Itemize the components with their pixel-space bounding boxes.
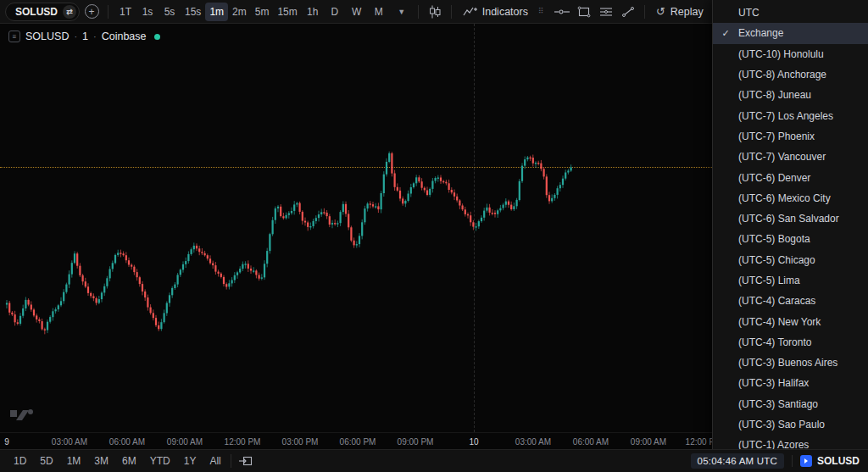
timeframe-1m[interactable]: 1m [205,3,228,21]
chart-pane[interactable]: ≡ SOLUSD · 1 · Coinbase [0,24,712,432]
symbol-search-box[interactable]: SOLUSD ⇄ [5,3,80,21]
range-1Y[interactable]: 1Y [179,453,202,469]
range-All[interactable]: All [204,453,225,469]
timeframe-1T[interactable]: 1T [114,3,136,21]
timeframe-15s[interactable]: 15s [181,3,205,21]
time-axis-label: 9 [4,437,9,447]
timezone-option[interactable]: (UTC-6) Denver [713,167,868,187]
range-5D[interactable]: 5D [35,453,58,469]
timeframe-1h[interactable]: 1h [302,3,324,21]
timeframe-menu-button[interactable]: ▼ [392,2,412,22]
timezone-option-label: (UTC-7) Vancouver [738,151,826,163]
timezone-option-label: (UTC-7) Los Angeles [738,110,833,122]
timeframe-D[interactable]: D [324,3,346,21]
timezone-option[interactable]: ✓Exchange [713,23,868,43]
range-1D[interactable]: 1D [8,453,31,469]
timezone-option[interactable]: (UTC-7) Phoenix [713,126,868,147]
timezone-option-label: (UTC-6) San Salvador [738,213,839,225]
timeframe-M[interactable]: M [368,3,390,21]
timezone-option[interactable]: (UTC-4) New York [713,311,868,331]
horizontal-line-icon [554,8,570,16]
legend-menu-icon[interactable]: ≡ [8,31,20,42]
candles-svg [0,24,712,432]
timeframe-2m[interactable]: 2m [228,3,251,21]
timezone-option[interactable]: (UTC-6) Mexico City [713,188,868,208]
timezone-option[interactable]: (UTC-6) San Salvador [713,208,868,229]
timezone-menu: UTC✓Exchange(UTC-10) Honolulu(UTC-8) Anc… [712,0,868,450]
range-1M[interactable]: 1M [62,453,86,469]
trend-line-icon [621,6,635,18]
range-3M[interactable]: 3M [89,453,114,469]
toolbar-divider [451,5,452,19]
timezone-option[interactable]: (UTC-4) Toronto [713,332,868,353]
timezone-option-label: (UTC-4) New York [738,316,821,328]
toolbar-drag-handle[interactable]: ⠿ [538,9,547,14]
timezone-option[interactable]: UTC [713,3,868,23]
time-axis-label: 12:00 PM [225,437,261,447]
timezone-option-label: (UTC-5) Lima [738,275,800,286]
symbol-logo-icon [800,455,812,467]
legend-symbol[interactable]: SOLUSD [25,31,69,42]
market-status-dot [154,34,160,40]
legend-exchange[interactable]: Coinbase [102,31,147,42]
time-axis-label: 09:00 AM [167,437,203,447]
time-axis-label: 03:00 PM [282,437,319,447]
timeframe-1s[interactable]: 1s [136,3,159,21]
toolbar-divider [231,454,231,468]
range-YTD[interactable]: YTD [145,453,175,469]
range-6M[interactable]: 6M [117,453,142,469]
timezone-option[interactable]: (UTC-7) Los Angeles [713,105,868,125]
symbol-swap-icon[interactable]: ⇄ [63,5,76,19]
legend-interval[interactable]: 1 [82,31,88,42]
replay-icon: ↺ [656,5,665,18]
range-group: 1D5D1M3M6MYTD1YAll [8,453,226,469]
timezone-option[interactable]: (UTC-1) Azores [713,435,868,450]
timezone-option-label: (UTC-8) Juneau [738,89,811,101]
timezone-option[interactable]: (UTC-7) Vancouver [713,147,868,167]
timezone-option[interactable]: (UTC-5) Lima [713,270,868,291]
tradingview-logo[interactable] [10,407,36,420]
go-to-date-icon [239,455,253,467]
time-axis-label: 06:00 AM [109,437,145,447]
trading-app-window: SOLUSD ⇄ + 1T1s5s15s1m2m5m15m1hDWM ▼ [0,0,868,472]
plus-icon: + [85,4,99,19]
chart-legend[interactable]: ≡ SOLUSD · 1 · Coinbase [8,31,160,42]
chart-style-button[interactable] [425,2,445,22]
active-symbol-chip[interactable]: SOLUSD [800,455,860,467]
indicators-button[interactable]: Indicators [458,2,533,22]
timezone-option[interactable]: (UTC-8) Juneau [713,85,868,105]
replay-label: Replay [670,6,704,18]
time-axis-label: 03:00 AM [515,437,551,447]
time-axis-label: 09:00 AM [631,437,666,447]
timezone-option[interactable]: (UTC-5) Bogota [713,229,868,249]
timezone-option-label: (UTC-3) Buenos Aires [738,357,837,369]
trend-line-tool-button[interactable] [618,2,638,22]
time-axis[interactable]: 903:00 AM06:00 AM09:00 AM12:00 PM03:00 P… [0,432,712,450]
timezone-option[interactable]: (UTC-3) Buenos Aires [713,353,868,373]
timezone-option[interactable]: (UTC-3) Halifax [713,373,868,393]
clock[interactable]: 05:04:46 AM UTC [691,453,784,469]
timezone-option-label: (UTC-3) Sao Paulo [738,419,825,430]
rectangle-tool-button[interactable] [574,2,594,22]
parallel-lines-tool-button[interactable] [596,2,616,22]
timezone-option[interactable]: (UTC-8) Anchorage [713,64,868,85]
timezone-option[interactable]: (UTC-3) Santiago [713,394,868,414]
rectangle-icon [577,6,591,18]
timezone-option-label: (UTC-4) Toronto [738,336,811,348]
time-axis-label: 09:00 PM [398,437,434,447]
timeframe-5m[interactable]: 5m [251,3,274,21]
timeframe-W[interactable]: W [346,3,368,21]
timeframe-5s[interactable]: 5s [159,3,181,21]
go-to-date-button[interactable] [236,451,256,471]
timezone-option[interactable]: (UTC-4) Caracas [713,291,868,311]
timezone-option-label: (UTC-4) Caracas [738,295,815,307]
timezone-option[interactable]: (UTC-5) Chicago [713,250,868,270]
timeframe-15m[interactable]: 15m [273,3,301,21]
timezone-option[interactable]: (UTC-3) Sao Paulo [713,414,868,435]
horizontal-line-tool-button[interactable] [552,2,572,22]
timezone-option-label: (UTC-7) Phoenix [738,130,815,142]
timezone-option[interactable]: (UTC-10) Honolulu [713,44,868,64]
toolbar-divider [644,5,645,19]
compare-add-button[interactable]: + [81,2,102,22]
replay-button[interactable]: ↺ Replay [651,2,709,22]
